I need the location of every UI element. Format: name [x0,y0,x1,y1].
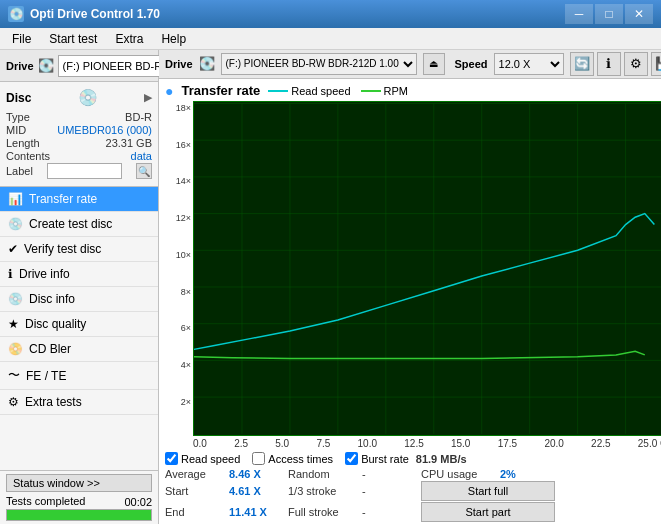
menu-help[interactable]: Help [153,30,194,48]
x-label-7-5: 7.5 [316,438,330,449]
title-bar: 💿 Opti Drive Control 1.70 ─ □ ✕ [0,0,661,28]
average-value: 8.46 X [229,468,284,480]
header-speed-dropdown[interactable]: 12.0 X [494,53,564,75]
app-title: Opti Drive Control 1.70 [30,7,160,21]
nav-label-disc-quality: Disc quality [25,317,86,331]
y-label-12: 12× [165,213,191,223]
progress-bar-fill [7,510,151,520]
main-layout: Drive 💽 (F:) PIONEER BD-RW BDR-212D 1.00… [0,50,661,524]
y-label-4: 4× [165,360,191,370]
left-panel: Drive 💽 (F:) PIONEER BD-RW BDR-212D 1.00… [0,50,159,524]
y-label-10: 10× [165,250,191,260]
maximize-button[interactable]: □ [595,4,623,24]
disc-mid-label: MID [6,124,26,136]
refresh-button[interactable]: 🔄 [570,52,594,76]
save-button[interactable]: 💾 [651,52,661,76]
menu-file[interactable]: File [4,30,39,48]
nav-item-disc-info[interactable]: 💿 Disc info [0,287,158,312]
disc-contents-label: Contents [6,150,50,162]
y-label-8: 8× [165,287,191,297]
header-drive-dropdown[interactable]: (F:) PIONEER BD-RW BDR-212D 1.00 [221,53,417,75]
legend-read-label: Read speed [291,85,350,97]
menu-extra[interactable]: Extra [107,30,151,48]
menu-start-test[interactable]: Start test [41,30,105,48]
nav-item-verify-test-disc[interactable]: ✔ Verify test disc [0,237,158,262]
right-panel: Drive 💽 (F:) PIONEER BD-RW BDR-212D 1.00… [159,50,661,524]
access-times-checkbox[interactable] [252,452,265,465]
random-label: Random [288,468,358,480]
header-speed-label: Speed [455,58,488,70]
drive-label: Drive [6,60,34,72]
disc-type-value: BD-R [125,111,152,123]
drive-icon: 💽 [38,58,54,73]
settings-button[interactable]: ⚙ [624,52,648,76]
x-label-12-5: 12.5 [404,438,423,449]
app-icon: 💿 [8,6,24,22]
burst-rate-checkbox[interactable] [345,452,358,465]
status-window-button[interactable]: Status window >> [6,474,152,492]
chart-title-bar: ● Transfer rate Read speed RPM [165,83,661,99]
nav-label-create-test-disc: Create test disc [29,217,112,231]
read-speed-checkbox-label: Read speed [181,453,240,465]
disc-label-button[interactable]: 🔍 [136,163,152,179]
close-button[interactable]: ✕ [625,4,653,24]
full-stroke-label: Full stroke [288,506,358,518]
y-label-14: 14× [165,176,191,186]
y-label-18: 18× [165,103,191,113]
disc-expand-icon: ▶ [144,91,152,104]
header-drive-label: Drive [165,58,193,70]
rpm-line [194,351,645,358]
chart-legend: Read speed RPM [268,85,408,97]
header-buttons: 🔄 ℹ ⚙ 💾 [570,52,661,76]
drive-info-icon: ℹ [8,267,13,281]
stroke13-label: 1/3 stroke [288,485,358,497]
disc-contents-value: data [131,150,152,162]
nav-label-extra-tests: Extra tests [25,395,82,409]
x-label-10: 10.0 [358,438,377,449]
access-times-checkbox-label: Access times [268,453,333,465]
nav-label-fe-te: FE / TE [26,369,66,383]
status-bar: Status window >> Tests completed 00:02 [0,470,158,524]
y-label-6: 6× [165,323,191,333]
nav-label-transfer-rate: Transfer rate [29,192,97,206]
status-text: Tests completed [6,495,85,507]
disc-length-value: 23.31 GB [106,137,152,149]
disc-length-label: Length [6,137,40,149]
x-label-0: 0.0 [193,438,207,449]
chart-svg [194,102,661,435]
nav-list: 📊 Transfer rate 💿 Create test disc ✔ Ver… [0,187,158,470]
legend-rpm-label: RPM [384,85,408,97]
cd-bler-icon: 📀 [8,342,23,356]
x-label-2-5: 2.5 [234,438,248,449]
nav-item-transfer-rate[interactable]: 📊 Transfer rate [0,187,158,212]
disc-label-label: Label [6,165,33,177]
disc-label-input[interactable] [47,163,122,179]
random-value: - [362,468,417,480]
nav-item-drive-info[interactable]: ℹ Drive info [0,262,158,287]
legend-read-color [268,90,288,92]
nav-item-extra-tests[interactable]: ⚙ Extra tests [0,390,158,415]
disc-panel: Disc 💿 ▶ Type BD-R MID UMEBDR016 (000) L… [0,82,158,187]
header-drive-icon: 💽 [199,56,215,71]
nav-item-fe-te[interactable]: 〜 FE / TE [0,362,158,390]
nav-item-create-test-disc[interactable]: 💿 Create test disc [0,212,158,237]
y-axis: 18× 16× 14× 12× 10× 8× 6× 4× 2× [165,101,193,436]
x-label-15: 15.0 [451,438,470,449]
create-test-disc-icon: 💿 [8,217,23,231]
chart-container: ● Transfer rate Read speed RPM [159,79,661,524]
chart-title: Transfer rate [181,83,260,98]
minimize-button[interactable]: ─ [565,4,593,24]
start-part-button[interactable]: Start part [421,502,555,522]
start-full-button[interactable]: Start full [421,481,555,501]
full-stroke-value: - [362,506,417,518]
transfer-rate-icon: 📊 [8,192,23,206]
nav-item-cd-bler[interactable]: 📀 CD Bler [0,337,158,362]
nav-item-disc-quality[interactable]: ★ Disc quality [0,312,158,337]
read-speed-checkbox[interactable] [165,452,178,465]
header-eject-button[interactable]: ⏏ [423,53,445,75]
start-value: 4.61 X [229,485,284,497]
end-value: 11.41 X [229,506,284,518]
x-label-5: 5.0 [275,438,289,449]
cpu-value: 2% [500,468,555,480]
info-button[interactable]: ℹ [597,52,621,76]
